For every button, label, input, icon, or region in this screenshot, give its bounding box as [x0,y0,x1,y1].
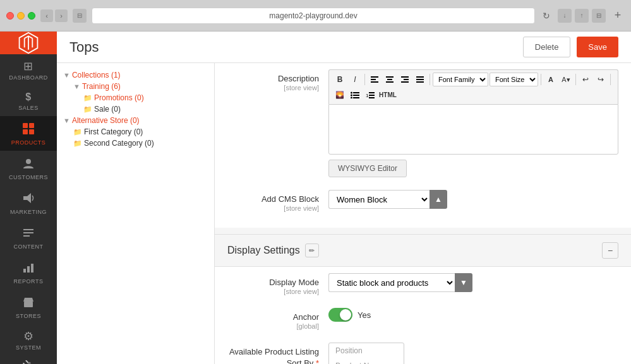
save-button[interactable]: Save [577,37,618,57]
option-position[interactable]: Position [329,343,404,358]
description-editor-area[interactable] [328,104,618,155]
display-settings-content: Display Mode [store view] Static block a… [215,267,631,364]
sidebar-item-content[interactable]: Content [0,220,57,255]
forward-button[interactable]: › [55,9,68,22]
justify-button[interactable] [413,73,427,86]
tree-item-training[interactable]: ▼ Training (6) [73,81,208,92]
svg-rect-30 [353,97,359,98]
fullscreen-button[interactable] [28,12,35,20]
products-icon [22,122,35,137]
traffic-lights [6,12,35,20]
collapse-section-button[interactable]: − [602,242,618,259]
display-mode-select[interactable]: Static block and products [328,273,455,292]
highlight-button[interactable]: A▾ [559,73,573,86]
svg-rect-34 [369,97,375,98]
share-icon[interactable]: ↑ [575,9,589,23]
stores-icon [22,296,35,310]
svg-rect-5 [23,229,33,230]
top-actions: Delete Save [523,37,618,57]
image-button[interactable]: 🌄 [333,88,347,102]
tree-children: ▼ Training (6) 📁 Promotions (0) 📁 Sale (… [63,81,208,115]
sidebar-item-system[interactable]: ⚙ System [0,324,57,356]
toolbar-separator-2 [430,74,430,85]
reports-icon [22,261,35,276]
anchor-label: Anchor [global] [227,308,328,330]
sidebar-item-dashboard[interactable]: ⊞ Dashboard [0,54,57,86]
svg-rect-20 [404,79,409,80]
display-mode-row: Display Mode [store view] Static block a… [227,267,618,302]
list-ol-button[interactable]: 1. [363,88,377,102]
html-button[interactable]: HTML [378,88,397,102]
redo-button[interactable]: ↪ [594,73,608,86]
display-mode-dropdown-button[interactable]: ▼ [455,273,472,292]
align-right-button[interactable] [398,73,412,86]
svg-rect-32 [369,92,375,93]
tree-item-sale[interactable]: 📁 Sale (0) [83,103,208,115]
svg-rect-8 [23,269,26,273]
top-bar: Tops Delete Save [57,32,631,63]
anchor-control: Yes [328,308,618,322]
product-listing-row: Available Product Listing Sort By * [sto… [227,336,618,364]
delete-button[interactable]: Delete [523,37,571,57]
new-tab-button[interactable]: + [611,9,625,23]
sidebar-item-sales[interactable]: $ Sales [0,86,57,116]
sidebar-item-products[interactable]: Products [0,116,57,151]
sidebar-item-customers[interactable]: Customers [0,151,57,185]
svg-rect-0 [23,123,28,128]
page-title: Tops [69,39,99,56]
download-icon[interactable]: ↓ [558,9,572,23]
align-center-button[interactable] [383,73,397,86]
option-product-name[interactable]: Product Name [329,358,404,364]
description-editor: B I [328,69,618,177]
cms-block-select[interactable]: Women Block [328,190,430,209]
edit-section-button[interactable]: ✏ [305,244,319,257]
toggle-knob [340,309,351,320]
product-listing-label: Available Product Listing Sort By * [sto… [227,343,328,364]
anchor-row: Anchor [global] Yes [227,302,618,336]
text-color-button[interactable]: A [544,73,558,86]
wysiwyg-editor-button[interactable]: WYSIWYG Editor [328,160,407,177]
font-size-select[interactable]: Font Size [490,73,538,86]
right-panel: Description [store view] B I [215,63,631,364]
editor-toolbar: B I [328,69,618,104]
sidebar-item-reports[interactable]: Reports [0,255,57,290]
tree-collapse-icon: ▼ [63,71,70,79]
svg-point-29 [351,97,352,98]
toolbar-separator [364,74,365,85]
reload-button[interactable]: ↻ [540,9,553,22]
sidebar-item-partners[interactable]: 🔌 Find Partners & Extensions [0,356,57,364]
sidebar-item-marketing[interactable]: Marketing [0,185,57,220]
display-mode-select-wrap: Static block and products ▼ [328,273,618,292]
italic-button[interactable]: I [348,73,362,86]
tab-icon: ⊟ [73,9,87,23]
sidebar-item-stores[interactable]: Stores [0,290,57,324]
align-left-button[interactable] [368,73,382,86]
left-panel: ▼ Collections (1) ▼ Training (6) 📁 Promo… [57,63,215,364]
display-settings-header: Display Settings ✏ − [215,234,631,267]
close-button[interactable] [6,12,14,20]
address-bar[interactable]: magento2-playground.dev [92,8,535,24]
tree-item-collections[interactable]: ▼ Collections (1) [63,69,208,81]
undo-button[interactable]: ↩ [579,73,592,86]
back-button[interactable]: ‹ [40,9,53,22]
system-icon: ⚙ [23,331,34,342]
main-content: ▼ Collections (1) ▼ Training (6) 📁 Promo… [57,63,631,364]
cms-block-dropdown-button[interactable]: ▲ [430,190,447,209]
cms-block-label: Add CMS Block [store view] [227,190,328,212]
sidebar-toggle-icon[interactable]: ⊟ [592,9,606,23]
tree-item-promotions[interactable]: 📁 Promotions (0) [83,92,208,103]
tree-item-second-category[interactable]: 📁 Second Category (0) [73,138,208,149]
font-family-select[interactable]: Font Family [433,73,488,86]
svg-point-4 [26,159,31,164]
svg-rect-7 [23,235,30,237]
anchor-toggle[interactable] [328,308,352,322]
cms-block-select-wrap: Women Block ▲ [328,190,618,209]
bold-button[interactable]: B [333,73,347,86]
app: ⊞ Dashboard $ Sales Products [0,32,631,364]
list-ul-button[interactable] [348,88,362,102]
tree-item-alternative[interactable]: ▼ Alternative Store (0) [63,115,208,126]
minimize-button[interactable] [17,12,25,20]
svg-rect-6 [23,232,33,233]
content-area: Tops Delete Save ▼ Collections (1) ▼ Tra… [57,32,631,364]
tree-item-first-category[interactable]: 📁 First Category (0) [73,126,208,138]
